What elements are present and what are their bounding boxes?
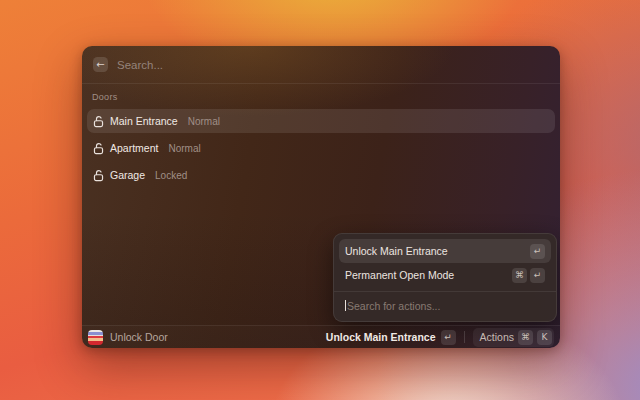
door-title: Garage	[110, 169, 145, 181]
unlocked-padlock-icon	[93, 169, 104, 182]
actions-menu-button[interactable]: Actions ⌘ K	[473, 328, 554, 347]
door-row-apartment[interactable]: Apartment Normal	[87, 136, 555, 160]
action-label: Permanent Open Mode	[345, 269, 512, 281]
unlocked-padlock-icon	[93, 142, 104, 155]
door-status: Locked	[155, 170, 187, 181]
actions-popover: Unlock Main Entrance ↵ Permanent Open Mo…	[333, 233, 557, 322]
door-title: Apartment	[110, 142, 158, 154]
footer-actions: Unlock Main Entrance ↵ Actions ⌘ K	[326, 328, 554, 347]
action-label: Unlock Main Entrance	[345, 245, 530, 257]
k-key-icon: K	[537, 330, 552, 345]
footer-bar: Unlock Door Unlock Main Entrance ↵ Actio…	[82, 325, 560, 348]
footer-app-name: Unlock Door	[110, 331, 168, 343]
return-key-icon: ↵	[530, 244, 545, 259]
door-row-main-entrance[interactable]: Main Entrance Normal	[87, 109, 555, 133]
section-header-doors: Doors	[92, 92, 118, 102]
return-key-icon: ↵	[441, 330, 456, 345]
unlocked-padlock-icon	[93, 115, 104, 128]
popover-divider	[334, 291, 556, 292]
command-key-icon: ⌘	[512, 268, 527, 283]
door-title: Main Entrance	[110, 115, 178, 127]
search-header: ← Search...	[82, 46, 560, 84]
command-key-icon: ⌘	[518, 330, 533, 345]
text-caret	[345, 300, 346, 311]
return-key-icon: ↵	[530, 268, 545, 283]
unlock-door-app-icon	[88, 330, 103, 345]
footer-separator	[464, 331, 465, 343]
action-shortcut: ↵	[530, 244, 545, 259]
door-status: Normal	[188, 116, 220, 127]
back-button[interactable]: ←	[93, 57, 108, 72]
action-shortcut: ⌘ ↵	[512, 268, 545, 283]
actions-search-placeholder: Search for actions...	[347, 300, 440, 312]
actions-search-input[interactable]: Search for actions...	[339, 295, 551, 316]
desktop-wallpaper: ← Search... Doors Main Entrance Normal A…	[0, 0, 640, 400]
primary-action-button[interactable]: Unlock Main Entrance	[326, 331, 436, 343]
door-list: Main Entrance Normal Apartment Normal Ga…	[87, 109, 555, 190]
door-status: Normal	[168, 143, 200, 154]
door-row-garage[interactable]: Garage Locked	[87, 163, 555, 187]
back-arrow-icon: ←	[96, 60, 104, 70]
command-palette-window: ← Search... Doors Main Entrance Normal A…	[82, 46, 560, 348]
actions-button-label: Actions	[480, 331, 514, 343]
search-input[interactable]: Search...	[117, 59, 163, 71]
action-unlock-main-entrance[interactable]: Unlock Main Entrance ↵	[339, 239, 551, 263]
action-permanent-open-mode[interactable]: Permanent Open Mode ⌘ ↵	[339, 263, 551, 287]
